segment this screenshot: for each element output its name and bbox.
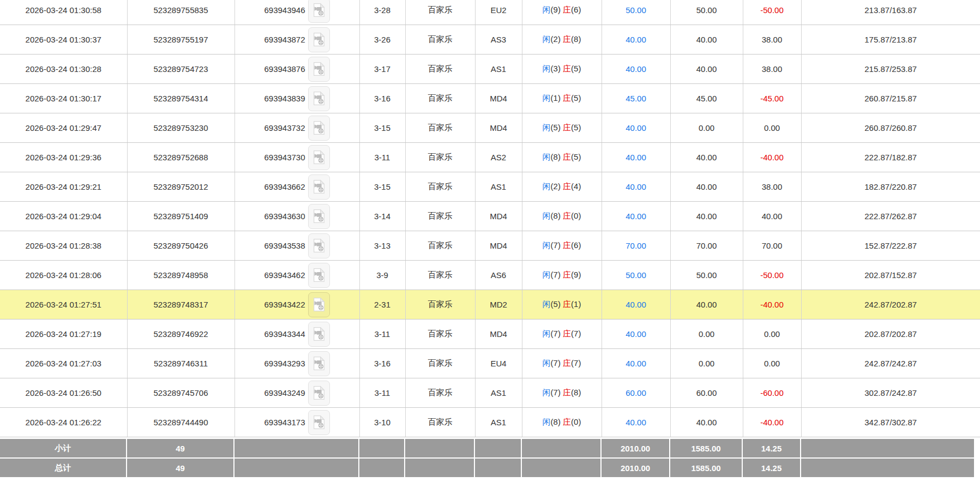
bet-amount-link[interactable]: 70.00 (626, 241, 646, 250)
video-replay-button[interactable] (308, 174, 330, 200)
bet-amount-link[interactable]: 40.00 (626, 418, 646, 427)
cell-bet-id: 523289748317 (127, 290, 235, 320)
cell-result: 闲(7) 庄(6) (522, 231, 602, 261)
cell-bet-amount: 40.00 (602, 290, 670, 320)
video-replay-button[interactable] (308, 263, 330, 288)
cell-win-loss: -45.00 (743, 84, 801, 113)
banker-result-score: (0) (571, 417, 581, 426)
bet-amount-link[interactable]: 40.00 (626, 64, 646, 74)
cell-game-id: 693943462 (235, 261, 359, 290)
cell-valid-amount: 50.00 (670, 0, 743, 25)
cell-game-id: 693943662 (235, 172, 359, 202)
video-replay-icon (313, 150, 325, 165)
banker-result-label: 庄 (563, 182, 571, 191)
player-result-label: 闲 (543, 299, 551, 309)
bet-amount-link[interactable]: 40.00 (626, 123, 646, 132)
subtotal-row: 小计 49 2010.00 1585.00 14.25 (0, 439, 975, 459)
video-replay-button[interactable] (308, 410, 330, 435)
cell-bet-time: 2026-03-24 01:29:47 (0, 113, 127, 143)
cell-round: 3-14 (359, 202, 405, 231)
bet-amount-link[interactable]: 40.00 (626, 300, 646, 309)
cell-bet-amount: 40.00 (602, 172, 670, 202)
banker-result-score: (1) (571, 299, 581, 309)
banker-result-label: 庄 (563, 240, 571, 250)
bet-amount-link[interactable]: 40.00 (626, 329, 646, 339)
cell-table-code: AS1 (475, 55, 522, 84)
bet-amount-link[interactable]: 40.00 (626, 182, 646, 191)
bet-amount-link[interactable]: 45.00 (626, 94, 646, 103)
video-replay-button[interactable] (308, 292, 330, 317)
cell-balance: 222.87/262.87 (801, 202, 980, 231)
cell-valid-amount: 0.00 (670, 320, 743, 349)
video-replay-button[interactable] (308, 116, 330, 141)
cell-valid-amount: 60.00 (670, 378, 743, 408)
cell-valid-amount: 40.00 (670, 290, 743, 320)
banker-result-label: 庄 (563, 34, 571, 44)
cell-balance: 182.87/220.87 (801, 172, 980, 202)
table-row: 2026-03-24 01:27:51 523289748317 6939434… (0, 290, 980, 320)
video-replay-button[interactable] (308, 27, 330, 52)
bet-amount-link[interactable]: 50.00 (626, 5, 646, 15)
banker-result-label: 庄 (563, 270, 571, 279)
subtotal-valid: 1585.00 (670, 439, 743, 459)
bet-amount-link[interactable]: 40.00 (626, 359, 646, 368)
cell-balance: 260.87/260.87 (801, 113, 980, 143)
video-replay-button[interactable] (308, 204, 330, 229)
video-replay-icon (313, 297, 325, 312)
cell-bet-amount: 45.00 (602, 84, 670, 113)
cell-round: 3-10 (359, 408, 405, 437)
total-win-loss: 14.25 (743, 459, 801, 478)
cell-game-id: 693943293 (235, 349, 359, 378)
cell-bet-time: 2026-03-24 01:30:17 (0, 84, 127, 113)
cell-game-id: 693943173 (235, 408, 359, 437)
player-result-label: 闲 (543, 123, 551, 132)
player-result-label: 闲 (543, 417, 551, 426)
cell-valid-amount: 50.00 (670, 261, 743, 290)
table-row: 2026-03-24 01:30:58 523289755835 6939439… (0, 0, 980, 25)
player-result-score: (9) (551, 5, 561, 14)
cell-game-name: 百家乐 (405, 349, 475, 378)
video-replay-button[interactable] (308, 0, 330, 23)
cell-result: 闲(2) 庄(8) (522, 25, 602, 55)
banker-result-label: 庄 (563, 123, 571, 132)
subtotal-label: 小计 (0, 439, 127, 459)
cell-bet-amount: 40.00 (602, 25, 670, 55)
bet-amount-link[interactable]: 40.00 (626, 153, 646, 162)
video-replay-button[interactable] (308, 322, 330, 347)
table-row: 2026-03-24 01:28:38 523289750426 6939435… (0, 231, 980, 261)
cell-bet-id: 523289750426 (127, 231, 235, 261)
banker-result-score: (7) (571, 329, 581, 338)
video-replay-button[interactable] (308, 233, 330, 258)
table-row: 2026-03-24 01:26:22 523289744490 6939431… (0, 408, 980, 437)
cell-valid-amount: 40.00 (670, 55, 743, 84)
banker-result-score: (9) (571, 270, 581, 279)
player-result-score: (7) (551, 388, 561, 397)
video-replay-button[interactable] (308, 145, 330, 170)
cell-win-loss: 40.00 (743, 202, 801, 231)
video-replay-button[interactable] (308, 86, 330, 111)
cell-balance: 242.87/242.87 (801, 349, 980, 378)
bet-amount-link[interactable]: 60.00 (626, 388, 646, 397)
cell-round: 3-13 (359, 231, 405, 261)
total-bet: 2010.00 (602, 459, 670, 478)
video-replay-button[interactable] (308, 381, 330, 406)
cell-win-loss: 0.00 (743, 349, 801, 378)
player-result-score: (8) (551, 152, 561, 161)
cell-win-loss: -40.00 (743, 408, 801, 437)
bet-amount-link[interactable]: 40.00 (626, 212, 646, 221)
player-result-label: 闲 (543, 358, 551, 367)
cell-bet-id: 523289748958 (127, 261, 235, 290)
video-replay-icon (313, 120, 325, 135)
cell-bet-amount: 40.00 (602, 349, 670, 378)
cell-table-code: AS1 (475, 378, 522, 408)
cell-balance: 302.87/242.87 (801, 378, 980, 408)
cell-table-code: AS2 (475, 143, 522, 172)
video-replay-button[interactable] (308, 351, 330, 376)
table-row: 2026-03-24 01:29:21 523289752012 6939436… (0, 172, 980, 202)
bet-amount-link[interactable]: 40.00 (626, 35, 646, 44)
banker-result-score: (8) (571, 388, 581, 397)
cell-round: 3-28 (359, 0, 405, 25)
video-replay-icon (313, 268, 325, 282)
bet-amount-link[interactable]: 50.00 (626, 270, 646, 280)
video-replay-button[interactable] (308, 57, 330, 82)
